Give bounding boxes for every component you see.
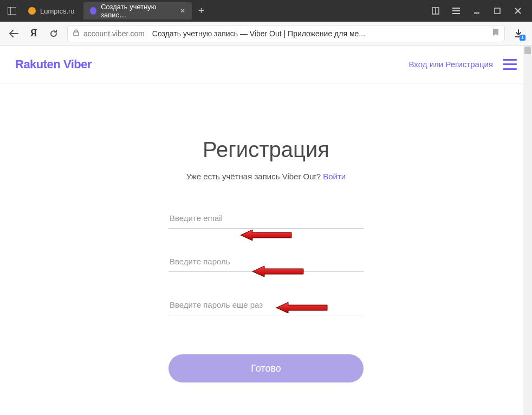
registration-form: Регистрация Уже есть учётная запись Vibe… [168, 138, 364, 382]
favicon-icon [28, 7, 36, 15]
reload-button[interactable] [46, 25, 62, 42]
url-title: Создать учетную запись — Viber Out | При… [152, 29, 365, 38]
download-badge: 1 [520, 35, 525, 41]
submit-button[interactable]: Готово [168, 354, 364, 382]
menu-icon[interactable] [446, 3, 466, 18]
already-have-account: Уже есть учётная запись Viber Out? Войти [168, 172, 364, 181]
page-viewport: Rakuten Viber Вход или Регистрация Регис… [0, 46, 532, 415]
bookmark-icon[interactable] [492, 28, 499, 38]
svg-rect-0 [8, 7, 16, 15]
address-bar-row: Я account.viber.com Создать учетную запи… [0, 22, 532, 46]
login-or-register-link[interactable]: Вход или Регистрация [409, 60, 493, 69]
maximize-button[interactable] [488, 3, 507, 18]
tab-viber-signup[interactable]: Создать учетную запис… ✕ [83, 2, 192, 20]
tab-title: Создать учетную запис… [101, 3, 175, 19]
reader-mode-icon[interactable] [426, 3, 445, 18]
already-text: Уже есть учётная запись Viber Out? [186, 172, 323, 181]
lock-icon [73, 29, 79, 38]
sidebar-toggle-icon[interactable] [4, 3, 20, 18]
svg-rect-11 [74, 32, 79, 36]
favicon-icon [90, 7, 97, 15]
password-input[interactable] [168, 251, 364, 272]
site-header: Rakuten Viber Вход или Регистрация [0, 46, 532, 83]
close-tab-icon[interactable]: ✕ [180, 7, 185, 15]
close-window-button[interactable] [508, 3, 528, 18]
back-button[interactable] [5, 25, 22, 42]
window-controls [426, 3, 528, 18]
scrollbar-thumb[interactable] [524, 47, 531, 54]
new-tab-button[interactable]: + [194, 3, 209, 18]
vertical-scrollbar[interactable] [523, 46, 532, 415]
password-confirm-input[interactable] [168, 295, 364, 315]
yandex-logo-icon[interactable]: Я [27, 27, 40, 40]
downloads-button[interactable]: 1 [510, 25, 527, 42]
email-input[interactable] [168, 208, 364, 229]
tab-lumpics[interactable]: Lumpics.ru [22, 2, 81, 20]
form-title: Регистрация [168, 138, 364, 162]
browser-tab-strip: Lumpics.ru Создать учетную запис… ✕ + [0, 0, 532, 22]
url-domain: account.viber.com [83, 29, 145, 38]
address-bar[interactable]: account.viber.com Создать учетную запись… [67, 25, 505, 42]
rakuten-viber-logo[interactable]: Rakuten Viber [15, 57, 92, 72]
tab-title: Lumpics.ru [40, 7, 75, 15]
minimize-button[interactable] [467, 3, 486, 18]
login-link[interactable]: Войти [323, 172, 346, 181]
svg-rect-8 [495, 8, 500, 14]
hamburger-menu-icon[interactable] [503, 59, 517, 70]
